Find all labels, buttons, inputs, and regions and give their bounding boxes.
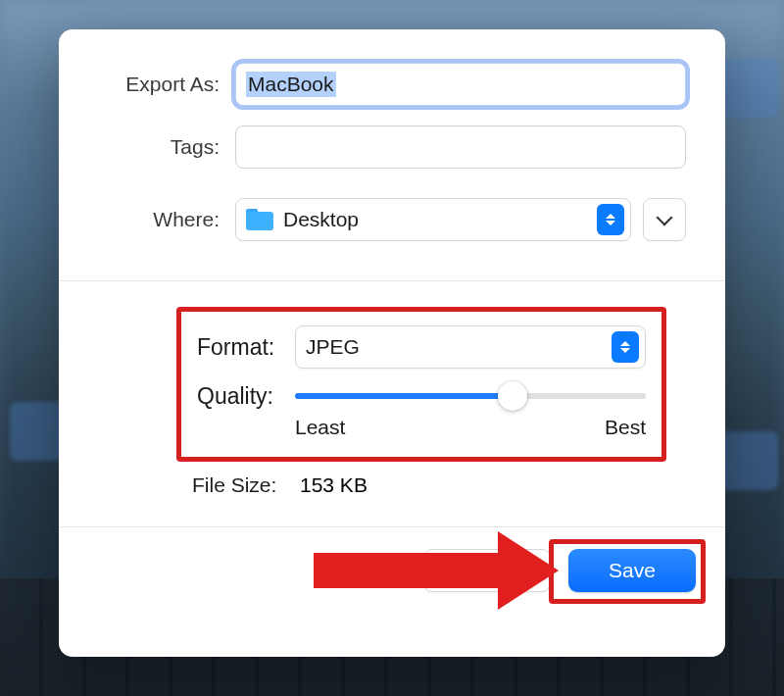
slider-thumb[interactable] (498, 381, 527, 411)
export-dialog: Export As: MacBook Tags: Where: Desktop (59, 29, 725, 657)
export-dialog-top-section: Export As: MacBook Tags: Where: Desktop (59, 29, 725, 280)
tags-label: Tags: (98, 135, 235, 159)
tags-input[interactable] (235, 125, 686, 169)
format-popup[interactable]: JPEG (295, 325, 646, 369)
chevron-down-icon (657, 209, 673, 225)
quality-least-label: Least (295, 416, 345, 439)
format-value: JPEG (306, 335, 360, 359)
where-popup[interactable]: Desktop (235, 198, 631, 241)
file-size-row: File Size: 153 KB (176, 473, 666, 497)
format-label: Format: (197, 334, 295, 361)
quality-label: Quality: (197, 383, 295, 410)
slider-fill (295, 393, 513, 399)
quality-best-label: Best (605, 416, 646, 439)
folder-icon (246, 209, 273, 230)
blurred-desktop-icon (719, 431, 778, 490)
file-size-value: 153 KB (300, 473, 368, 497)
export-dialog-middle-section: Format: JPEG Quality: Least (59, 281, 725, 526)
quality-slider-labels: Least Best (197, 416, 646, 439)
expand-browser-button[interactable] (643, 198, 686, 241)
updown-stepper-icon (612, 331, 639, 363)
where-label: Where: (98, 208, 235, 231)
tags-row: Tags: (98, 125, 686, 169)
export-as-row: Export As: MacBook (98, 63, 686, 106)
save-button[interactable]: Save (568, 549, 696, 592)
cancel-button-label: Cancel (455, 559, 518, 582)
export-as-value: MacBook (246, 72, 336, 97)
blurred-desktop-icon (719, 59, 778, 118)
where-value: Desktop (283, 208, 359, 231)
where-row: Where: Desktop (98, 198, 686, 241)
updown-stepper-icon (597, 204, 624, 235)
quality-row: Quality: (197, 382, 646, 410)
annotation-highlight-format-quality: Format: JPEG Quality: Least (176, 307, 666, 462)
export-as-label: Export As: (98, 73, 235, 96)
quality-slider[interactable] (295, 382, 646, 410)
save-button-label: Save (609, 559, 656, 582)
export-dialog-footer: Cancel Save (59, 527, 725, 618)
file-size-label: File Size: (192, 473, 300, 497)
cancel-button[interactable]: Cancel (423, 549, 551, 592)
format-row: Format: JPEG (197, 325, 646, 369)
export-as-input[interactable]: MacBook (235, 63, 686, 106)
